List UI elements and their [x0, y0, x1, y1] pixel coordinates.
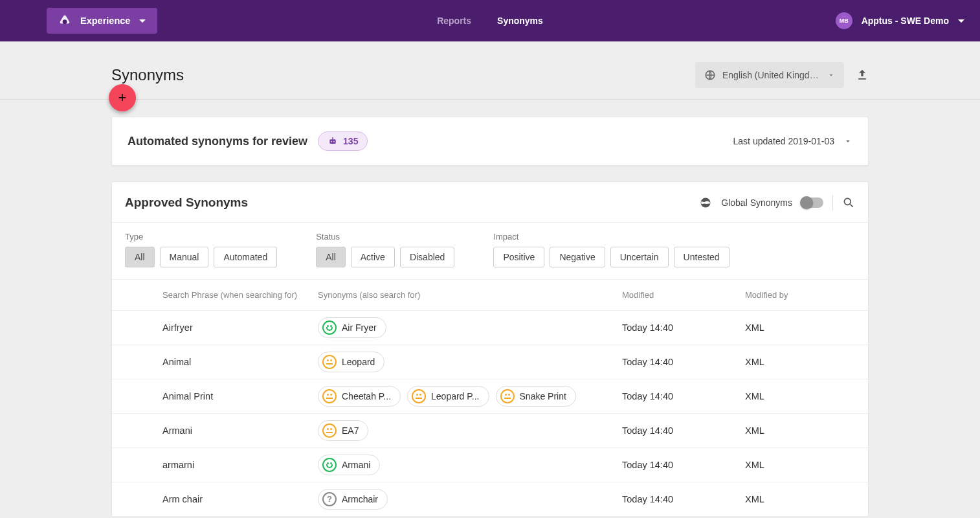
nav-center: Reports Synonyms	[437, 16, 543, 26]
experience-label: Experience	[80, 16, 130, 26]
synonym-chip[interactable]: Armani	[318, 455, 380, 475]
nav-synonyms[interactable]: Synonyms	[497, 16, 543, 26]
svg-point-0	[63, 19, 67, 24]
cell-synonyms: Air Fryer	[313, 311, 617, 345]
table-row[interactable]: AirfryerAir FryerToday 14:40XML	[112, 311, 868, 345]
global-synonyms-label: Global Synonyms	[721, 197, 792, 208]
filter-option[interactable]: Uncertain	[610, 247, 669, 267]
cell-modified: Today 14:40	[617, 345, 740, 379]
cell-phrase: armarni	[157, 448, 313, 482]
synonym-chip-label: Leopard P...	[431, 391, 479, 401]
nav-right: MB Apptus - SWE Demo	[836, 12, 964, 29]
cell-phrase: Animal	[157, 345, 313, 379]
chevron-down-icon[interactable]	[958, 19, 964, 23]
global-synonyms-toggle[interactable]	[801, 197, 823, 208]
table-row[interactable]: armarniArmaniToday 14:40XML	[112, 448, 868, 482]
cell-modified: Today 14:40	[617, 482, 740, 517]
cell-modified-by: XML	[740, 379, 868, 414]
plus-icon: +	[118, 89, 127, 106]
cell-modified-by: XML	[740, 311, 868, 345]
filter-option[interactable]: Automated	[214, 247, 277, 267]
filter-option[interactable]: Negative	[550, 247, 605, 267]
synonym-chip-label: Snake Print	[520, 391, 566, 401]
table-row[interactable]: Animal PrintCheetah P...Leopard P...Snak…	[112, 379, 868, 414]
experience-dropdown[interactable]: Experience	[47, 8, 157, 34]
filter-option[interactable]: Positive	[493, 247, 544, 267]
synonym-chip[interactable]: Leopard P...	[407, 386, 489, 407]
col-modified: Modified	[617, 280, 740, 311]
review-count-badge[interactable]: 135	[318, 131, 368, 151]
cell-phrase: Armani	[157, 414, 313, 448]
org-selector-label: Apptus - SWE Demo	[862, 16, 949, 26]
cell-modified: Today 14:40	[617, 414, 740, 448]
cell-synonyms: ?Armchair	[313, 482, 617, 517]
filter-option[interactable]: Manual	[160, 247, 209, 267]
neutral-icon	[500, 389, 515, 403]
cell-modified: Today 14:40	[617, 379, 740, 414]
cell-modified: Today 14:40	[617, 311, 740, 345]
cell-synonyms: Armani	[313, 448, 617, 482]
chevron-down-icon[interactable]	[843, 137, 852, 146]
review-count: 135	[343, 136, 358, 146]
topbar: Experience Reports Synonyms MB Apptus - …	[0, 0, 980, 41]
synonym-chip[interactable]: ?Armchair	[318, 489, 388, 510]
nav-reports[interactable]: Reports	[437, 16, 471, 26]
neutral-icon	[412, 389, 426, 403]
table-row[interactable]: ArmaniEA7Today 14:40XML	[112, 414, 868, 448]
table-row[interactable]: Arm chair?ArmchairToday 14:40XML	[112, 482, 868, 517]
page-header: Synonyms English (United Kingdo...	[0, 41, 980, 100]
cell-synonyms: Cheetah P...Leopard P...Snake Print	[313, 379, 617, 414]
filter-impact: Impact PositiveNegativeUncertainUntested	[493, 232, 729, 267]
chevron-down-icon	[139, 19, 146, 23]
search-button[interactable]	[842, 196, 855, 209]
svg-rect-2	[329, 139, 335, 144]
synonym-chip-label: Air Fryer	[342, 322, 377, 333]
synonym-chip[interactable]: Snake Print	[496, 386, 576, 407]
globe-icon	[704, 69, 716, 81]
table-row[interactable]: AnimalLeopardToday 14:40XML	[112, 345, 868, 379]
cell-modified-by: XML	[740, 448, 868, 482]
smile-icon	[322, 458, 337, 472]
synonym-chip[interactable]: Cheetah P...	[318, 386, 401, 407]
cell-synonyms: Leopard	[313, 345, 617, 379]
svg-rect-5	[332, 137, 333, 139]
synonyms-table: Search Phrase (when searching for) Synon…	[112, 279, 868, 517]
language-value: English (United Kingdo...	[722, 70, 821, 80]
cell-modified-by: XML	[740, 345, 868, 379]
language-select[interactable]: English (United Kingdo...	[695, 62, 844, 88]
app-logo-icon	[58, 14, 71, 27]
synonym-chip-label: EA7	[342, 425, 359, 436]
avatar[interactable]: MB	[836, 12, 852, 29]
cell-modified-by: XML	[740, 414, 868, 448]
separator	[832, 195, 833, 210]
filter-type: Type AllManualAutomated	[125, 232, 277, 267]
robot-icon	[328, 136, 338, 146]
filter-status-label: Status	[316, 232, 454, 242]
synonym-chip[interactable]: EA7	[318, 420, 368, 441]
col-synonyms: Synonyms (also search for)	[313, 280, 617, 311]
chevron-down-icon	[827, 71, 835, 79]
filter-status: Status AllActiveDisabled	[316, 232, 454, 267]
filter-option[interactable]: Active	[351, 247, 395, 267]
cell-modified: Today 14:40	[617, 448, 740, 482]
approved-card: Approved Synonyms Global Synonyms Type A…	[111, 181, 869, 517]
svg-line-8	[851, 205, 853, 207]
filter-option[interactable]: Disabled	[400, 247, 454, 267]
cell-phrase: Airfryer	[157, 311, 313, 345]
svg-point-7	[844, 198, 851, 205]
filter-option[interactable]: Untested	[674, 247, 729, 267]
synonym-chip[interactable]: Air Fryer	[318, 317, 386, 338]
filter-option[interactable]: All	[316, 247, 346, 267]
content: Automated synonyms for review 135 Last u…	[111, 100, 869, 518]
upload-button[interactable]	[856, 69, 869, 82]
cell-synonyms: EA7	[313, 414, 617, 448]
review-card: Automated synonyms for review 135 Last u…	[111, 117, 869, 166]
globe-icon	[699, 196, 712, 209]
add-synonym-button[interactable]: +	[109, 84, 136, 111]
synonym-chip[interactable]: Leopard	[318, 352, 384, 372]
filter-option[interactable]: All	[125, 247, 155, 267]
svg-point-4	[333, 141, 335, 142]
filter-type-label: Type	[125, 232, 277, 242]
synonym-chip-label: Cheetah P...	[342, 391, 391, 401]
review-title: Automated synonyms for review	[128, 135, 307, 148]
